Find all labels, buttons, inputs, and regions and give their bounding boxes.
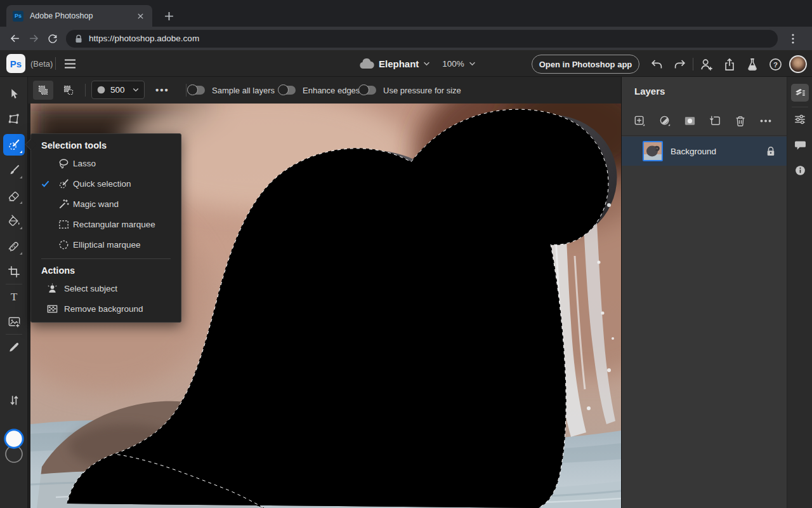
eyedropper-tool[interactable] [3, 336, 25, 358]
tool-options-bar: 500 ••• Sample all layers Enhance edges … [28, 77, 621, 104]
undo-icon[interactable] [647, 55, 666, 74]
crop-tool[interactable] [3, 261, 25, 283]
tab-close-icon[interactable] [134, 10, 146, 22]
heal-tool[interactable] [3, 236, 25, 257]
toolbar-divider [6, 334, 22, 335]
account-avatar[interactable] [789, 55, 807, 73]
chevron-down-icon[interactable] [423, 62, 430, 66]
move-layer-icon [709, 114, 722, 128]
comments-panel-button[interactable] [791, 136, 809, 154]
place-image-tool[interactable] [3, 311, 25, 333]
adjustment-layer-button[interactable] [656, 112, 674, 130]
swap-colors-button[interactable] [3, 389, 25, 411]
type-icon: T [7, 290, 21, 304]
forward-icon[interactable] [24, 29, 43, 48]
trash-icon [734, 114, 747, 128]
toggle-sample-all-layers[interactable]: Sample all layers [188, 77, 275, 104]
eyedropper-icon [8, 340, 21, 354]
header-divider [55, 57, 56, 70]
toggle-switch [360, 86, 376, 95]
quick-selection-tool[interactable] [3, 134, 25, 156]
brush-tool[interactable] [3, 159, 25, 181]
selection-tools-menu: Selection tools Lasso Quick selection Ma… [30, 133, 181, 323]
menu-item-label: Remove background [64, 304, 143, 314]
browser-menu-icon[interactable] [784, 30, 802, 48]
brush-size-circle-icon [97, 86, 105, 94]
layers-stack-icon [794, 86, 806, 99]
document-name[interactable]: Elephant [379, 58, 419, 69]
tab-title: Adobe Photoshop [30, 11, 134, 20]
move-tool[interactable] [3, 83, 25, 105]
info-panel-button[interactable] [791, 161, 809, 179]
layer-mask-button[interactable] [681, 112, 698, 130]
menu-item-select-subject[interactable]: Select subject [31, 278, 181, 298]
layers-panel-button[interactable] [791, 84, 809, 102]
add-selection-icon [37, 84, 49, 97]
comment-icon [794, 139, 806, 151]
toggle-enhance-edges[interactable]: Enhance edges [279, 77, 360, 104]
more-options-button[interactable]: ••• [152, 81, 173, 99]
tools-sidebar: T [0, 77, 28, 508]
new-tab-button[interactable] [161, 8, 176, 23]
beta-label: (Beta) [30, 50, 53, 77]
layers-panel: Layers Background [621, 77, 787, 508]
zoom-level[interactable]: 100% [442, 59, 464, 69]
toggle-use-pressure-for-size[interactable]: Use pressure for size [360, 77, 461, 104]
fill-tool[interactable] [3, 210, 25, 232]
toggle-switch [279, 86, 296, 95]
menu-title: Selection tools [31, 134, 181, 153]
swap-colors-icon [9, 394, 20, 406]
add-to-selection-button[interactable] [33, 81, 53, 100]
menu-divider [41, 258, 171, 259]
remove-background-icon [46, 303, 64, 315]
menu-item-lasso[interactable]: Lasso [31, 153, 181, 173]
heal-bandage-icon [7, 239, 21, 253]
select-subject-icon [46, 283, 64, 295]
browser-toolbar: https://photoshop.adobe.com [0, 27, 812, 50]
menu-item-rectangular-marquee[interactable]: Rectangular marquee [31, 214, 181, 234]
subtract-from-selection-button[interactable] [58, 81, 79, 100]
menu-item-label: Select subject [64, 284, 117, 293]
delete-layer-button[interactable] [731, 112, 749, 130]
menu-item-label: Magic wand [73, 199, 119, 209]
chevron-down-icon[interactable] [469, 62, 476, 66]
rectangular-marquee-icon [58, 218, 73, 231]
brush-icon [7, 163, 21, 177]
toolbar-divider [6, 284, 22, 284]
menu-item-magic-wand[interactable]: Magic wand [31, 194, 181, 214]
menu-item-remove-background[interactable]: Remove background [31, 298, 181, 319]
layer-lock-icon[interactable] [766, 146, 775, 157]
eraser-tool[interactable] [3, 185, 25, 206]
experiments-flask-icon[interactable] [743, 55, 762, 74]
invite-people-icon[interactable] [697, 55, 716, 74]
transform-icon [7, 112, 21, 126]
add-layer-button[interactable] [631, 112, 648, 130]
back-icon[interactable] [5, 29, 24, 48]
crop-icon [7, 265, 21, 279]
reload-icon[interactable] [43, 29, 62, 48]
edit-adjust-panel-button[interactable] [791, 110, 809, 128]
layer-row-background[interactable]: Background [622, 137, 787, 166]
redo-icon[interactable] [670, 55, 689, 74]
elliptical-marquee-icon [58, 239, 73, 251]
help-icon[interactable]: ? [766, 55, 785, 74]
type-tool[interactable]: T [3, 286, 25, 307]
transform-tool[interactable] [3, 109, 25, 130]
color-swatches[interactable] [2, 428, 26, 466]
browser-tab[interactable]: Ps Adobe Photoshop [6, 5, 152, 27]
layer-more-options-button[interactable] [757, 112, 775, 130]
share-icon[interactable] [720, 55, 739, 74]
main-menu-icon[interactable] [62, 56, 77, 71]
layer-thumbnail[interactable] [643, 141, 663, 161]
photoshop-web-app: Ps Adobe Photoshop https://photoshop.ado… [0, 0, 812, 508]
check-icon [31, 180, 58, 187]
menu-item-quick-selection[interactable]: Quick selection [31, 173, 181, 194]
eraser-icon [7, 189, 21, 203]
open-in-photoshop-app-button[interactable]: Open in Photoshop app [532, 55, 639, 74]
quick-selection-icon [7, 138, 21, 152]
menu-item-elliptical-marquee[interactable]: Elliptical marquee [31, 234, 181, 255]
url-bar[interactable]: https://photoshop.adobe.com [66, 30, 778, 48]
brush-size-dropdown[interactable]: 500 [91, 81, 145, 99]
toggle-label: Sample all layers [212, 86, 275, 95]
move-layer-button[interactable] [706, 112, 724, 130]
